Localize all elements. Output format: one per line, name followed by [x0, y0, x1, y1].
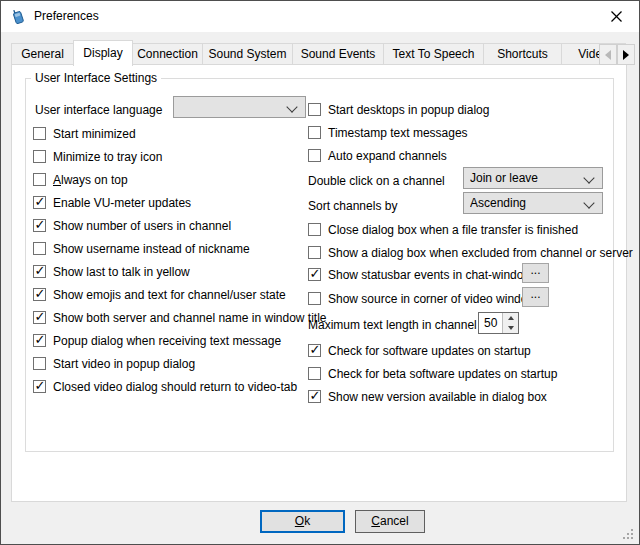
double-click-label: Double click on a channel: [308, 174, 445, 188]
arrow-up-icon: [508, 316, 514, 320]
checkbox-show-username[interactable]: Show username instead of nickname: [33, 240, 250, 257]
checkbox: [308, 246, 321, 259]
checkbox: [308, 149, 321, 162]
tab-scroll-right-button[interactable]: [617, 44, 635, 65]
checkbox-video-return-tab[interactable]: Closed video dialog should return to vid…: [33, 378, 297, 395]
max-text-spinbox[interactable]: 50: [478, 312, 519, 334]
checkbox: [33, 288, 46, 301]
checkbox: [33, 334, 46, 347]
checkbox-popup-text-message[interactable]: Popup dialog when receiving text message: [33, 332, 281, 349]
ok-button[interactable]: Ok: [260, 510, 345, 533]
tab-scroll-left-icon: [605, 50, 611, 60]
checkbox-video-popup[interactable]: Start video in popup dialog: [33, 355, 195, 372]
checkbox-video-source-corner[interactable]: Show source in corner of video window: [308, 290, 536, 307]
checkbox-new-version-dialog[interactable]: Show new version available in dialog box: [308, 388, 547, 405]
checkbox-label: Minimize to tray icon: [53, 150, 162, 164]
checkbox: [308, 390, 321, 403]
checkbox: [308, 367, 321, 380]
checkbox: [308, 126, 321, 139]
tab-shortcuts[interactable]: Shortcuts: [483, 43, 562, 65]
checkbox-check-beta-updates[interactable]: Check for beta software updates on start…: [308, 365, 557, 382]
checkbox: [33, 150, 46, 163]
checkbox-label: Start minimized: [53, 127, 136, 141]
checkbox-label: Start video in popup dialog: [53, 357, 195, 371]
checkbox-auto-expand-channels[interactable]: Auto expand channels: [308, 147, 447, 164]
resize-grip[interactable]: [623, 529, 635, 541]
checkbox-always-on-top[interactable]: Always on top: [33, 171, 128, 188]
title-bar: Preferences: [1, 1, 639, 32]
checkbox: [33, 173, 46, 186]
checkbox: [308, 268, 321, 281]
tab-sound-events[interactable]: Sound Events: [292, 43, 384, 65]
max-text-label: Maximum text length in channel list: [308, 318, 495, 332]
checkbox-label: Enable VU-meter updates: [53, 196, 191, 210]
double-click-label-row: Double click on a channel: [308, 172, 445, 189]
tab-display[interactable]: Display: [73, 40, 133, 66]
tab-scroll-left-button[interactable]: [599, 44, 617, 65]
sort-channels-combobox[interactable]: Ascending: [463, 192, 603, 214]
tab-sound-system[interactable]: Sound System: [202, 43, 293, 65]
checkbox-label: Show a dialog box when excluded from cha…: [328, 246, 633, 260]
spin-down-button[interactable]: [503, 323, 518, 333]
tab-connection[interactable]: Connection: [132, 43, 203, 65]
checkbox-desktops-popup[interactable]: Start desktops in popup dialog: [308, 101, 489, 118]
sort-channels-label-row: Sort channels by: [308, 197, 397, 214]
video-source-more-button[interactable]: ...: [522, 287, 549, 307]
checkbox-label: Show username instead of nickname: [53, 242, 250, 256]
sort-channels-value: Ascending: [470, 196, 526, 210]
checkbox-statusbar-events[interactable]: Show statusbar events in chat-window: [308, 266, 532, 283]
app-icon: [10, 8, 27, 25]
checkbox: [33, 357, 46, 370]
language-combobox[interactable]: [173, 96, 306, 118]
checkbox-start-minimized[interactable]: Start minimized: [33, 125, 136, 142]
checkbox-label: Closed video dialog should return to vid…: [53, 380, 297, 394]
chevron-down-icon: [583, 197, 594, 208]
checkbox-vu-meter-updates[interactable]: Enable VU-meter updates: [33, 194, 191, 211]
tab-bar: General Display Connection Sound System …: [11, 43, 626, 65]
checkbox: [308, 223, 321, 236]
checkbox-excluded-dialog[interactable]: Show a dialog box when excluded from cha…: [308, 244, 633, 261]
preferences-dialog: Preferences General Display Connection S…: [0, 0, 640, 545]
checkbox-minimize-to-tray[interactable]: Minimize to tray icon: [33, 148, 162, 165]
checkbox: [33, 219, 46, 232]
tab-text-to-speech[interactable]: Text To Speech: [383, 43, 484, 65]
checkbox-label: Close dialog box when a file transfer is…: [328, 223, 578, 237]
checkbox-label: Show statusbar events in chat-window: [328, 268, 532, 282]
checkbox-label: Timestamp text messages: [328, 126, 468, 140]
checkbox-timestamp-messages[interactable]: Timestamp text messages: [308, 124, 468, 141]
arrow-down-icon: [508, 326, 514, 330]
tab-scroll-right-icon: [623, 50, 629, 60]
checkbox: [33, 265, 46, 278]
checkbox-show-emojis[interactable]: Show emojis and text for channel/user st…: [33, 286, 286, 303]
checkbox-label: Show emojis and text for channel/user st…: [53, 288, 286, 302]
checkbox-label: Show both server and channel name in win…: [53, 311, 327, 325]
double-click-combobox[interactable]: Join or leave: [463, 167, 603, 189]
spin-buttons: [502, 313, 518, 333]
checkbox-close-file-transfer[interactable]: Close dialog box when a file transfer is…: [308, 221, 578, 238]
chevron-down-icon: [286, 101, 297, 112]
sort-channels-label: Sort channels by: [308, 199, 397, 213]
checkbox-label: Show last to talk in yellow: [53, 265, 190, 279]
checkbox-label: Show new version available in dialog box: [328, 390, 547, 404]
tab-general[interactable]: General: [11, 43, 74, 65]
spin-up-button[interactable]: [503, 313, 518, 323]
checkbox-label: Show source in corner of video window: [328, 292, 536, 306]
double-click-value: Join or leave: [470, 171, 538, 185]
checkbox-last-to-talk[interactable]: Show last to talk in yellow: [33, 263, 190, 280]
checkbox: [33, 127, 46, 140]
max-text-value: 50: [479, 313, 502, 333]
language-label-row: User interface language: [35, 101, 162, 118]
max-text-label-row: Maximum text length in channel list: [308, 316, 495, 333]
checkbox-check-updates[interactable]: Check for software updates on startup: [308, 342, 531, 359]
checkbox-label: Popup dialog when receiving text message: [53, 334, 281, 348]
checkbox-show-user-count[interactable]: Show number of users in channel: [33, 217, 231, 234]
cancel-button[interactable]: Cancel: [355, 510, 425, 533]
close-button[interactable]: [594, 1, 639, 31]
close-icon: [611, 11, 622, 22]
statusbar-events-more-button[interactable]: ...: [522, 263, 549, 283]
group-title: User Interface Settings: [31, 71, 161, 85]
checkbox-label: Auto expand channels: [328, 149, 447, 163]
checkbox-label: Check for beta software updates on start…: [328, 367, 557, 381]
checkbox-label: Check for software updates on startup: [328, 344, 531, 358]
checkbox-window-title[interactable]: Show both server and channel name in win…: [33, 309, 327, 326]
